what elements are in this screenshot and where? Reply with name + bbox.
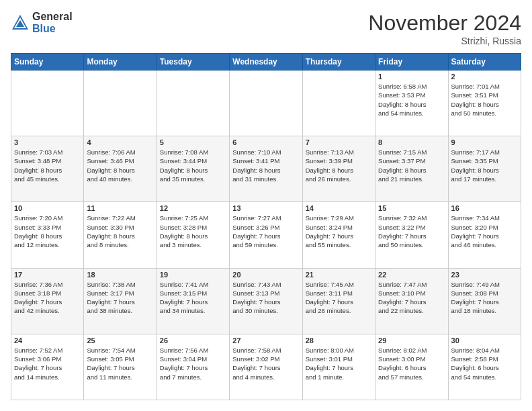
calendar-cell: 13Sunrise: 7:27 AM Sunset: 3:26 PM Dayli… [230,202,302,268]
weekday-header: Thursday [302,54,375,71]
day-number: 25 [87,336,153,345]
calendar-cell [157,71,229,136]
day-info: Sunrise: 7:22 AM Sunset: 3:30 PM Dayligh… [87,214,153,249]
logo: General Blue [11,11,73,34]
calendar-cell: 15Sunrise: 7:32 AM Sunset: 3:22 PM Dayli… [375,202,448,268]
calendar-table: SundayMondayTuesdayWednesdayThursdayFrid… [11,53,521,400]
day-number: 9 [451,138,518,146]
day-info: Sunrise: 7:47 AM Sunset: 3:10 PM Dayligh… [378,280,445,316]
title-block: November 2024 Strizhi, Russia [368,11,521,46]
calendar-cell: 12Sunrise: 7:25 AM Sunset: 3:28 PM Dayli… [157,202,229,268]
calendar-week-row: 3Sunrise: 7:03 AM Sunset: 3:48 PM Daylig… [11,136,521,202]
day-number: 16 [451,204,518,212]
calendar-cell: 28Sunrise: 8:00 AM Sunset: 3:01 PM Dayli… [302,334,375,400]
calendar-cell: 23Sunrise: 7:49 AM Sunset: 3:08 PM Dayli… [448,268,521,334]
weekday-header: Sunday [11,54,84,71]
calendar-cell: 26Sunrise: 7:56 AM Sunset: 3:04 PM Dayli… [157,334,229,400]
calendar-cell: 6Sunrise: 7:10 AM Sunset: 3:41 PM Daylig… [230,136,302,202]
calendar-cell: 17Sunrise: 7:36 AM Sunset: 3:18 PM Dayli… [11,268,84,334]
logo-general-text: General [32,11,73,23]
calendar-cell: 21Sunrise: 7:45 AM Sunset: 3:11 PM Dayli… [302,268,375,334]
header: General Blue November 2024 Strizhi, Russ… [11,11,521,46]
calendar-cell: 19Sunrise: 7:41 AM Sunset: 3:15 PM Dayli… [157,268,229,334]
day-number: 18 [87,271,153,279]
location: Strizhi, Russia [368,36,521,46]
day-number: 12 [160,204,226,212]
day-number: 21 [306,271,372,279]
day-info: Sunrise: 7:58 AM Sunset: 3:02 PM Dayligh… [232,346,299,381]
day-number: 7 [306,138,372,146]
calendar-cell: 24Sunrise: 7:52 AM Sunset: 3:06 PM Dayli… [11,334,84,400]
day-info: Sunrise: 7:49 AM Sunset: 3:08 PM Dayligh… [451,280,518,316]
day-number: 28 [306,336,372,345]
calendar-cell: 16Sunrise: 7:34 AM Sunset: 3:20 PM Dayli… [448,202,521,268]
calendar-week-row: 24Sunrise: 7:52 AM Sunset: 3:06 PM Dayli… [11,334,521,400]
day-info: Sunrise: 7:01 AM Sunset: 3:51 PM Dayligh… [451,82,518,118]
calendar-cell: 10Sunrise: 7:20 AM Sunset: 3:33 PM Dayli… [11,202,84,268]
calendar-cell: 22Sunrise: 7:47 AM Sunset: 3:10 PM Dayli… [375,268,448,334]
weekday-header: Saturday [448,54,521,71]
day-number: 1 [378,73,445,81]
day-info: Sunrise: 7:36 AM Sunset: 3:18 PM Dayligh… [14,280,81,316]
calendar-cell [84,71,157,136]
day-number: 13 [232,204,299,212]
calendar-week-row: 10Sunrise: 7:20 AM Sunset: 3:33 PM Dayli… [11,202,521,268]
day-number: 8 [378,138,445,146]
calendar-cell: 7Sunrise: 7:13 AM Sunset: 3:39 PM Daylig… [302,136,375,202]
day-info: Sunrise: 7:52 AM Sunset: 3:06 PM Dayligh… [14,346,81,381]
weekday-header: Monday [84,54,157,71]
logo-icon [11,13,30,32]
day-number: 6 [232,138,299,146]
day-number: 26 [160,336,226,345]
day-info: Sunrise: 7:13 AM Sunset: 3:39 PM Dayligh… [306,148,372,183]
calendar-cell: 8Sunrise: 7:15 AM Sunset: 3:37 PM Daylig… [375,136,448,202]
day-info: Sunrise: 7:54 AM Sunset: 3:05 PM Dayligh… [87,346,153,381]
calendar-cell: 1Sunrise: 6:58 AM Sunset: 3:53 PM Daylig… [375,71,448,136]
calendar-cell: 2Sunrise: 7:01 AM Sunset: 3:51 PM Daylig… [448,71,521,136]
day-info: Sunrise: 7:34 AM Sunset: 3:20 PM Dayligh… [451,214,518,249]
day-info: Sunrise: 8:02 AM Sunset: 3:00 PM Dayligh… [378,346,445,381]
day-info: Sunrise: 7:20 AM Sunset: 3:33 PM Dayligh… [14,214,81,249]
day-number: 29 [378,336,445,345]
day-info: Sunrise: 7:10 AM Sunset: 3:41 PM Dayligh… [232,148,299,183]
day-number: 11 [87,204,153,212]
weekday-header: Friday [375,54,448,71]
calendar-cell: 20Sunrise: 7:43 AM Sunset: 3:13 PM Dayli… [230,268,302,334]
day-number: 3 [14,138,81,146]
day-number: 2 [451,73,518,81]
calendar-cell: 30Sunrise: 8:04 AM Sunset: 2:58 PM Dayli… [448,334,521,400]
logo-blue-text: Blue [32,23,73,35]
day-number: 30 [451,336,518,345]
calendar-cell: 3Sunrise: 7:03 AM Sunset: 3:48 PM Daylig… [11,136,84,202]
day-info: Sunrise: 7:41 AM Sunset: 3:15 PM Dayligh… [160,280,226,316]
logo-text: General Blue [32,11,73,34]
calendar-cell: 25Sunrise: 7:54 AM Sunset: 3:05 PM Dayli… [84,334,157,400]
day-number: 14 [306,204,372,212]
day-info: Sunrise: 7:08 AM Sunset: 3:44 PM Dayligh… [160,148,226,183]
day-info: Sunrise: 7:06 AM Sunset: 3:46 PM Dayligh… [87,148,153,183]
day-number: 19 [160,271,226,279]
day-number: 23 [451,271,518,279]
calendar-week-row: 1Sunrise: 6:58 AM Sunset: 3:53 PM Daylig… [11,71,521,136]
calendar-cell: 11Sunrise: 7:22 AM Sunset: 3:30 PM Dayli… [84,202,157,268]
day-number: 5 [160,138,226,146]
day-number: 20 [232,271,299,279]
day-number: 10 [14,204,81,212]
day-number: 24 [14,336,81,345]
calendar-cell: 14Sunrise: 7:29 AM Sunset: 3:24 PM Dayli… [302,202,375,268]
day-info: Sunrise: 7:43 AM Sunset: 3:13 PM Dayligh… [232,280,299,316]
day-info: Sunrise: 7:25 AM Sunset: 3:28 PM Dayligh… [160,214,226,249]
day-number: 27 [232,336,299,345]
calendar-cell [11,71,84,136]
calendar-cell: 18Sunrise: 7:38 AM Sunset: 3:17 PM Dayli… [84,268,157,334]
calendar-cell: 5Sunrise: 7:08 AM Sunset: 3:44 PM Daylig… [157,136,229,202]
day-info: Sunrise: 7:03 AM Sunset: 3:48 PM Dayligh… [14,148,81,183]
day-info: Sunrise: 7:38 AM Sunset: 3:17 PM Dayligh… [87,280,153,316]
day-number: 22 [378,271,445,279]
day-number: 4 [87,138,153,146]
day-info: Sunrise: 7:17 AM Sunset: 3:35 PM Dayligh… [451,148,518,183]
page: General Blue November 2024 Strizhi, Russ… [0,0,532,411]
day-info: Sunrise: 7:45 AM Sunset: 3:11 PM Dayligh… [306,280,372,316]
day-number: 17 [14,271,81,279]
month-title: November 2024 [368,11,521,36]
